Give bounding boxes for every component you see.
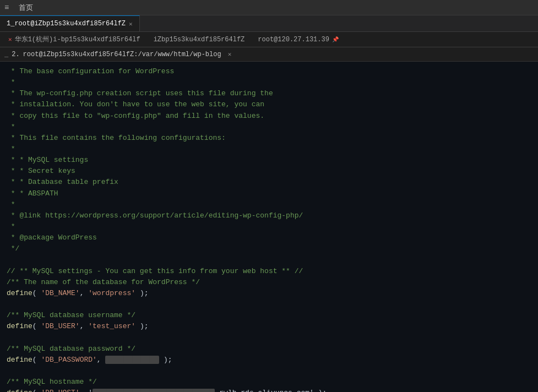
hamburger-icon[interactable]: ≡ — [4, 3, 9, 12]
terminal-line — [7, 299, 531, 310]
terminal-line: * — [7, 199, 531, 210]
menu-item-home[interactable]: 首页 — [15, 2, 36, 14]
session-label-3: root@120.27.131.39 — [258, 36, 329, 43]
session-tab-3[interactable]: root@120.27.131.39 📌 — [252, 34, 345, 45]
session-tab-1[interactable]: ✕ 华东1(杭州)i-bp15s3ku4xdfi85r64lf — [2, 33, 146, 46]
terminal-line: * — [7, 221, 531, 232]
terminal-line: * * MySQL settings — [7, 155, 531, 166]
terminal-line: * installation. You don't have to use th… — [7, 99, 531, 110]
terminal-line: * @package WordPress — [7, 232, 531, 243]
terminal-line: * * ABSPATH — [7, 188, 531, 199]
path-close[interactable]: ✕ — [228, 51, 232, 58]
terminal-line: /** MySQL database username */ — [7, 310, 531, 321]
path-bar: _ 2. root@iZbp15s3ku4xdfi85r64lfZ:/var/w… — [0, 47, 538, 62]
session-bar: ✕ 华东1(杭州)i-bp15s3ku4xdfi85r64lf iZbp15s3… — [0, 32, 538, 47]
terminal-line: define( 'DB_USER', 'test_user' ); — [7, 321, 531, 332]
terminal-line: * — [7, 77, 531, 88]
session-pin-icon: 📌 — [332, 36, 339, 43]
menu-bar: ≡ 首页 — [0, 0, 538, 15]
terminal-line: // ** MySQL settings - You can get this … — [7, 266, 531, 277]
path-text: root@iZbp15s3ku4xdfi85r64lfZ:/var/www/ht… — [23, 51, 221, 58]
path-index: 2. — [12, 51, 19, 58]
terminal-line — [7, 332, 531, 343]
terminal-line: * This file contains the following confi… — [7, 133, 531, 144]
tab-1[interactable]: 1_root@iZbp15s3ku4xdfi85r64lfZ ✕ — [0, 15, 140, 31]
terminal-line: * * Database table prefix — [7, 177, 531, 188]
session-close-1[interactable]: ✕ — [8, 36, 12, 43]
terminal-line: * — [7, 122, 531, 133]
tab-1-close[interactable]: ✕ — [129, 20, 133, 28]
terminal-line: define( 'DB_PASSWORD', ████████████ ); — [7, 355, 531, 366]
terminal-line: */ — [7, 243, 531, 254]
tab-1-label: 1_root@iZbp15s3ku4xdfi85r64lfZ — [7, 20, 126, 28]
session-label-2: iZbp15s3ku4xdfi85r64lfZ — [154, 36, 245, 43]
terminal-line: * The base configuration for WordPress — [7, 66, 531, 77]
terminal-line: * — [7, 144, 531, 155]
terminal-line: /** The name of the database for WordPre… — [7, 277, 531, 288]
terminal-line: * The wp-config.php creation script uses… — [7, 88, 531, 99]
terminal-line: * @link https://wordpress.org/support/ar… — [7, 210, 531, 221]
terminal-line: * * Secret keys — [7, 166, 531, 177]
terminal-line: /** MySQL database password */ — [7, 344, 531, 355]
session-tab-2[interactable]: iZbp15s3ku4xdfi85r64lfZ — [148, 34, 251, 45]
prompt-icon: _ — [4, 51, 8, 58]
terminal-line: * copy this file to "wp-config.php" and … — [7, 111, 531, 122]
terminal-line — [7, 366, 531, 377]
session-label-1: 华东1(杭州)i-bp15s3ku4xdfi85r64lf — [15, 35, 140, 44]
terminal-line: /** MySQL hostname */ — [7, 377, 531, 388]
terminal-line: define( 'DB_NAME', 'wordpress' ); — [7, 288, 531, 299]
terminal-content: * The base configuration for WordPress *… — [0, 62, 538, 392]
terminal-line — [7, 254, 531, 265]
tab-bar: 1_root@iZbp15s3ku4xdfi85r64lfZ ✕ — [0, 15, 538, 32]
terminal-line: define( 'DB_HOST', '████████████████████… — [7, 388, 531, 392]
